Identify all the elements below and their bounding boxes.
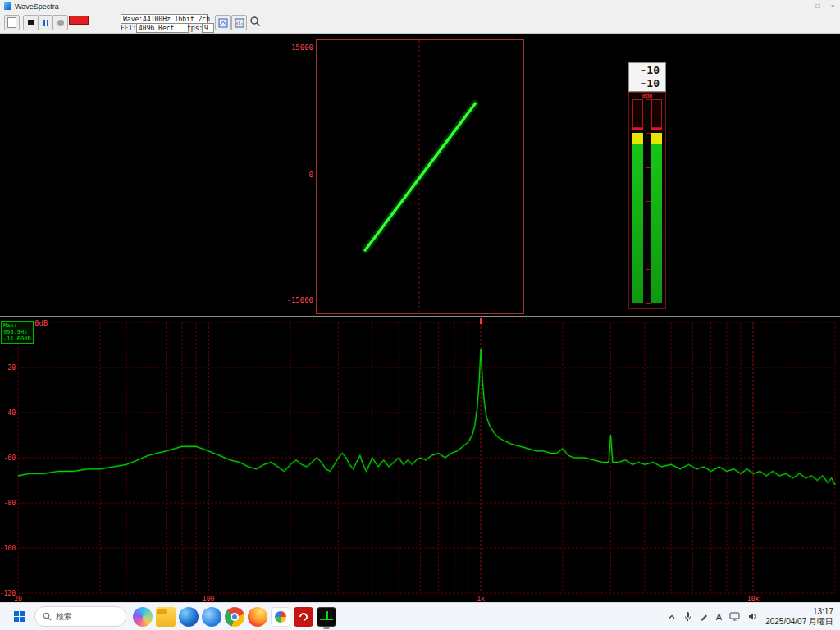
meter-readout: -10 -10 bbox=[628, 62, 666, 92]
date-text: 2025/04/07 月曜日 bbox=[765, 617, 833, 627]
waveform-icon bbox=[218, 18, 228, 28]
lissajous-box bbox=[316, 39, 524, 314]
close-button[interactable]: × bbox=[825, 0, 840, 12]
fps-field[interactable]: 9 bbox=[202, 23, 214, 33]
svg-text:-60: -60 bbox=[4, 454, 16, 462]
scope-y-min-label: -15000 bbox=[269, 296, 313, 304]
blueapp-icon[interactable] bbox=[202, 607, 221, 627]
max-label: Max: bbox=[3, 322, 31, 329]
taskbar-apps bbox=[133, 607, 336, 627]
magnifier-icon bbox=[249, 16, 261, 27]
app-icon bbox=[4, 2, 11, 10]
title-bar: WaveSpectra – □ × bbox=[0, 0, 840, 12]
search-placeholder: 検索 bbox=[56, 611, 72, 623]
waveform-view-button[interactable] bbox=[215, 15, 231, 30]
display-tray-button[interactable] bbox=[729, 612, 740, 621]
svg-text:-40: -40 bbox=[4, 409, 16, 417]
svg-text:-20: -20 bbox=[4, 364, 16, 372]
svg-text:-100: -100 bbox=[0, 545, 16, 552]
record-level-indicator bbox=[69, 16, 89, 25]
spectrum-settings-icon bbox=[235, 18, 244, 28]
meter-bar-left bbox=[632, 93, 643, 308]
tray-overflow-button[interactable] bbox=[668, 613, 676, 621]
start-button[interactable] bbox=[8, 606, 30, 628]
microphone-button[interactable] bbox=[683, 611, 692, 622]
scope-panel: 15000 0 -15000 -10 -10 0dB bbox=[0, 34, 840, 316]
scope-y-max-label: 15000 bbox=[269, 43, 313, 52]
zoom-button[interactable] bbox=[249, 16, 261, 29]
explorer-icon[interactable] bbox=[156, 607, 176, 627]
ime-indicator[interactable]: A bbox=[716, 612, 722, 622]
meter-readout-right: -10 bbox=[641, 77, 660, 90]
window-title: WaveSpectra bbox=[15, 2, 59, 11]
stop-icon bbox=[28, 20, 34, 25]
record-icon bbox=[57, 20, 64, 26]
chrome-icon[interactable] bbox=[225, 607, 244, 627]
minimize-button[interactable]: – bbox=[796, 0, 810, 12]
spectrum-0db-label: 0dB bbox=[34, 319, 48, 327]
record-button[interactable] bbox=[52, 15, 68, 30]
speaker-icon bbox=[747, 612, 758, 621]
firefox-icon[interactable] bbox=[248, 607, 267, 627]
level-meter: 0dB bbox=[628, 92, 666, 309]
windows-logo-icon bbox=[14, 611, 25, 622]
pause-button[interactable] bbox=[38, 15, 53, 30]
acrobat-icon[interactable] bbox=[294, 607, 313, 627]
max-frequency: 999.9Hz bbox=[3, 329, 31, 336]
spectrum-settings-button[interactable] bbox=[231, 15, 247, 30]
volume-button[interactable] bbox=[747, 612, 758, 621]
svg-text:-80: -80 bbox=[4, 500, 16, 507]
photos-icon[interactable] bbox=[271, 607, 290, 627]
pen-button[interactable] bbox=[700, 612, 709, 621]
fps-label: fps: bbox=[187, 25, 203, 32]
fft-size-field[interactable]: 4096 Rect. bbox=[136, 23, 189, 33]
meter-readout-left: -10 bbox=[641, 64, 660, 77]
document-icon bbox=[7, 17, 16, 28]
stop-button[interactable] bbox=[23, 15, 39, 30]
max-level: -11.69dB bbox=[3, 336, 31, 342]
wavespectra-window: WaveSpectra – □ × Wave:44100Hz 16bit 2ch… bbox=[0, 0, 840, 603]
system-tray: A 13:17 2025/04/07 月曜日 bbox=[668, 607, 840, 627]
microphone-icon bbox=[683, 611, 692, 622]
clock[interactable]: 13:17 2025/04/07 月曜日 bbox=[765, 607, 833, 627]
time-text: 13:17 bbox=[765, 607, 833, 617]
pause-icon bbox=[43, 20, 48, 26]
spectrum-plot: -20-40-60-80-100-120201001k10k bbox=[0, 317, 840, 604]
copilot-icon[interactable] bbox=[133, 607, 153, 627]
file-button[interactable] bbox=[4, 15, 20, 30]
chevron-up-icon bbox=[668, 613, 676, 621]
lissajous-plot bbox=[317, 40, 522, 312]
toolbar: Wave:44100Hz 16bit 2ch FFT: 4096 Rect. f… bbox=[0, 12, 840, 34]
meter-scale bbox=[645, 93, 651, 308]
maximize-button[interactable]: □ bbox=[810, 0, 825, 12]
search-input[interactable]: 検索 bbox=[34, 606, 126, 627]
search-icon bbox=[43, 612, 52, 621]
spectrum-panel: Max: 999.9Hz -11.69dB 0dB -20-40-60-80-1… bbox=[0, 316, 840, 605]
display-icon bbox=[729, 612, 740, 621]
wavespectra-icon[interactable] bbox=[317, 607, 336, 627]
edge-icon[interactable] bbox=[179, 607, 199, 627]
max-info-box: Max: 999.9Hz -11.69dB bbox=[1, 321, 34, 344]
meter-bar-right bbox=[651, 93, 662, 308]
fft-label: FFT: bbox=[121, 25, 136, 32]
scope-y-zero-label: 0 bbox=[269, 171, 313, 179]
taskbar: 検索 A bbox=[0, 602, 840, 630]
pen-icon bbox=[700, 612, 709, 621]
